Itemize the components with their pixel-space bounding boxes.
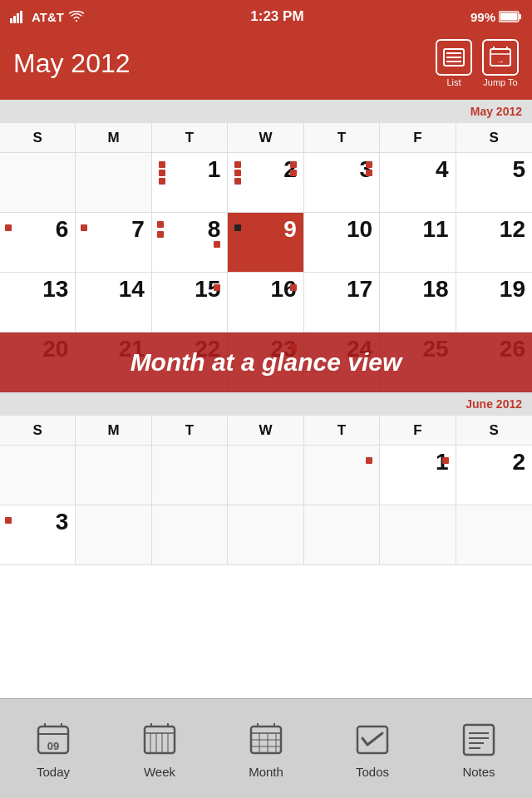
today-label: Today bbox=[37, 765, 70, 779]
june-empty[interactable] bbox=[76, 446, 151, 505]
event-dot bbox=[290, 170, 297, 176]
june-empty[interactable] bbox=[304, 505, 380, 565]
june-empty[interactable] bbox=[0, 446, 76, 505]
cal-cell-june-1[interactable]: 1 bbox=[380, 446, 456, 505]
june-week-2: 3 bbox=[0, 505, 532, 565]
cal-cell-may-17[interactable]: 17 bbox=[304, 273, 380, 332]
list-button[interactable]: List bbox=[436, 39, 472, 87]
status-bar: AT&T 1:23 PM 99% bbox=[0, 0, 532, 33]
june-day-header-fri: F bbox=[380, 416, 456, 445]
event-dot bbox=[159, 178, 165, 185]
event-dot bbox=[234, 178, 241, 185]
cal-cell-may-8[interactable]: 8 bbox=[152, 213, 228, 273]
month-label: Month bbox=[249, 765, 283, 779]
may-label: May 2012 bbox=[470, 105, 522, 118]
cal-cell-may-2[interactable]: 2 bbox=[228, 153, 303, 213]
cal-cell-may-14[interactable]: 14 bbox=[76, 273, 151, 332]
cal-cell-june-3[interactable]: 3 bbox=[0, 505, 76, 565]
event-dot bbox=[214, 241, 220, 248]
battery-icon bbox=[499, 11, 522, 22]
cal-cell-may-18[interactable]: 18 bbox=[380, 273, 456, 332]
event-dot bbox=[5, 517, 12, 524]
svg-text:→: → bbox=[496, 57, 505, 66]
svg-rect-21 bbox=[145, 727, 175, 753]
jump-to-icon-box: → bbox=[482, 39, 519, 76]
cal-cell-may-11[interactable]: 11 bbox=[380, 213, 456, 273]
event-dot bbox=[157, 221, 164, 228]
cal-cell-june-2[interactable]: 2 bbox=[456, 446, 532, 505]
day-header-thu: T bbox=[304, 123, 380, 152]
day-header-wed: W bbox=[228, 123, 303, 152]
event-dot bbox=[157, 231, 164, 238]
cal-cell-may-13[interactable]: 13 bbox=[0, 273, 76, 332]
event-dot bbox=[442, 457, 449, 464]
june-empty[interactable] bbox=[152, 505, 228, 565]
june-week-1: 1 2 bbox=[0, 446, 532, 505]
cal-cell-may-16[interactable]: 16 bbox=[228, 273, 303, 332]
svg-rect-2 bbox=[17, 13, 19, 23]
event-dot bbox=[159, 161, 165, 168]
battery-percent: 99% bbox=[470, 10, 495, 24]
june-label: June 2012 bbox=[466, 397, 522, 411]
day-header-mon: M bbox=[76, 123, 151, 152]
cal-cell-may-6[interactable]: 6 bbox=[0, 213, 76, 273]
event-dot bbox=[234, 224, 241, 231]
tab-bar: 09 Today Week bbox=[0, 698, 532, 798]
wifi-icon bbox=[69, 11, 84, 22]
svg-rect-5 bbox=[519, 14, 521, 19]
day-header-fri: F bbox=[380, 123, 456, 152]
cal-cell-may-10[interactable]: 10 bbox=[304, 213, 380, 273]
may-week-1: 1 2 3 4 5 bbox=[0, 153, 532, 213]
june-empty[interactable] bbox=[228, 505, 303, 565]
june-day-header-wed: W bbox=[228, 416, 303, 445]
cal-cell-may-9-today[interactable]: 9 bbox=[228, 213, 303, 273]
june-day-header-thu: T bbox=[304, 416, 380, 445]
day-headers: S M T W T F S bbox=[0, 123, 532, 153]
month-icon bbox=[244, 718, 288, 761]
cal-cell-empty[interactable] bbox=[76, 153, 151, 213]
cal-cell-may-5[interactable]: 5 bbox=[456, 153, 532, 213]
tab-today[interactable]: 09 Today bbox=[0, 718, 106, 779]
list-icon bbox=[442, 46, 466, 69]
notes-icon bbox=[457, 718, 500, 761]
may-label-row: May 2012 bbox=[0, 100, 532, 123]
event-dot bbox=[5, 224, 12, 231]
cal-cell-may-19[interactable]: 19 bbox=[456, 273, 532, 332]
cal-cell-may-1[interactable]: 1 bbox=[152, 153, 228, 213]
event-dot bbox=[214, 284, 220, 291]
june-empty[interactable] bbox=[456, 505, 532, 565]
day-header-sat: S bbox=[456, 123, 532, 152]
june-empty[interactable] bbox=[380, 505, 456, 565]
jump-to-button[interactable]: → Jump To bbox=[482, 39, 519, 87]
carrier-label: AT&T bbox=[32, 10, 64, 24]
june-label-row: June 2012 bbox=[0, 392, 532, 416]
tab-month[interactable]: Month bbox=[213, 718, 319, 779]
cal-cell-empty[interactable] bbox=[0, 153, 76, 213]
event-dot bbox=[159, 170, 165, 176]
header-buttons: List → Jump To bbox=[436, 39, 519, 87]
cal-cell-may-15[interactable]: 15 bbox=[152, 273, 228, 332]
june-empty[interactable] bbox=[228, 446, 303, 505]
tab-todos[interactable]: Todos bbox=[319, 718, 426, 779]
tab-notes[interactable]: Notes bbox=[426, 718, 532, 779]
cal-cell-may-4[interactable]: 4 bbox=[380, 153, 456, 213]
time-display: 1:23 PM bbox=[250, 8, 303, 25]
svg-rect-3 bbox=[20, 11, 22, 23]
week-label: Week bbox=[144, 765, 175, 779]
june-empty[interactable] bbox=[76, 505, 151, 565]
event-dot bbox=[234, 161, 241, 168]
notes-label: Notes bbox=[462, 765, 495, 779]
cal-cell-may-12[interactable]: 12 bbox=[456, 213, 532, 273]
jump-to-label: Jump To bbox=[483, 77, 517, 87]
event-dot bbox=[290, 161, 297, 168]
battery-info: 99% bbox=[470, 10, 522, 24]
calendar-area: May 2012 S M T W T F S 1 2 3 bbox=[0, 100, 532, 765]
june-empty[interactable] bbox=[304, 446, 380, 505]
cal-cell-may-3[interactable]: 3 bbox=[304, 153, 380, 213]
cal-cell-may-7[interactable]: 7 bbox=[76, 213, 151, 273]
june-empty[interactable] bbox=[152, 446, 228, 505]
header: May 2012 List → bbox=[0, 33, 532, 100]
event-dot bbox=[366, 161, 372, 168]
tab-week[interactable]: Week bbox=[106, 718, 213, 779]
header-title: May 2012 bbox=[13, 48, 131, 79]
